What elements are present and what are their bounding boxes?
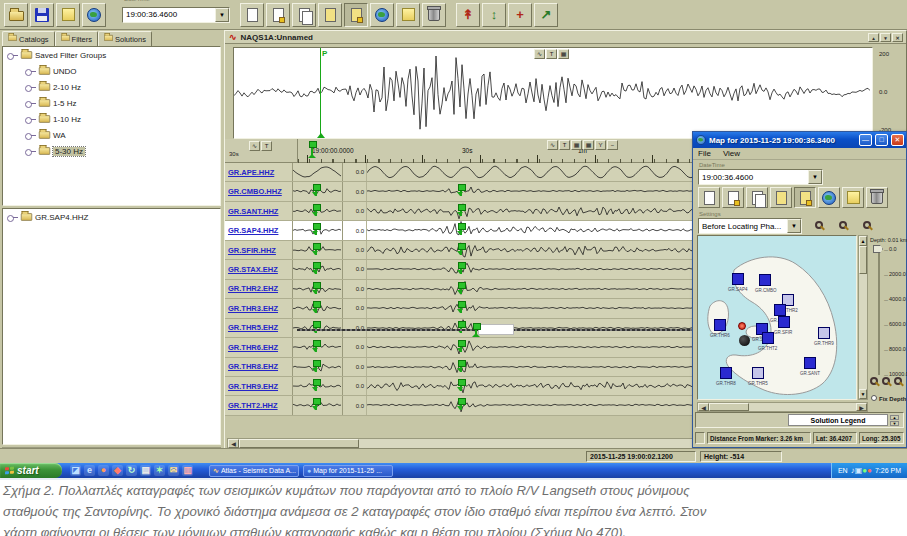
document-lock-button[interactable] [266,3,290,27]
event-location-marker[interactable] [739,335,750,346]
taskbar-task-2[interactable]: ●Map for 2015-11-25 ... [303,465,393,477]
documents-copy-button[interactable] [292,3,316,27]
alert-icon[interactable]: ● [867,466,872,475]
open-file-button[interactable] [4,3,28,27]
overview-pick-flag[interactable] [475,323,477,336]
preview-pick-icon[interactable] [315,360,317,372]
trace-pick-icon[interactable] [460,340,462,352]
time-tool-button[interactable]: T [559,140,570,150]
trace-pick-icon[interactable] [460,243,462,255]
map-datetime-combo[interactable]: 19:00:36.4600 ▼ [698,169,823,185]
station-marker-GRTHT2[interactable] [762,332,774,344]
trace-label[interactable]: GR.THR5.EHZ [225,319,293,337]
zoom-out-icon[interactable] [882,377,890,385]
station-marker-GRTHR3[interactable] [774,304,786,316]
map-settings-combo[interactable]: Before Locating Pha... ▼ [698,218,802,234]
grid-tool-button[interactable]: ▦ [571,140,582,150]
tree-item-5-30Hz[interactable]: 5-30 Hz [3,143,220,159]
grid2-tool-button[interactable]: ▦ [583,140,594,150]
station-tree-item[interactable]: GR.SAP4.HHZ [3,209,220,225]
trace-label[interactable]: GR.THR6.EHZ [225,338,293,356]
document-yellow-button[interactable] [770,187,792,208]
trace-label[interactable]: GR.SFIR.HHZ [225,241,293,259]
waveform-window-titlebar[interactable]: ∿ NAQS1A:Unnamed ▴▾✕ [225,31,906,44]
media-icon[interactable]: ● [98,465,109,476]
scroll-right-icon[interactable]: ▶ [856,403,867,411]
language-indicator[interactable]: EN [838,467,848,474]
tree-root[interactable]: Saved Filter Groups [3,47,220,63]
fix-depth-option[interactable]: Fix Depth [871,395,906,402]
zoom-in-icon[interactable] [815,221,823,229]
spin-down-icon[interactable]: ▼ [890,421,899,426]
zoom-fit-icon[interactable] [894,377,902,385]
zoom-in-icon[interactable] [870,377,878,385]
tab-catalogs[interactable]: Catalogs [2,31,55,46]
scroll-thumb[interactable] [709,403,749,411]
documents-copy-button[interactable] [746,187,768,208]
tools-icon[interactable]: ▤ [140,465,151,476]
trace-label[interactable]: GR.THR8.EHZ [225,358,293,376]
new-document-button[interactable] [698,187,720,208]
tab-filters[interactable]: Filters [55,31,98,46]
trace-pick-icon[interactable] [460,360,462,372]
relocate-cross-button[interactable]: + [508,3,532,27]
station-marker-GRSAP4[interactable] [732,273,744,285]
time-tool-button[interactable]: T [546,49,557,59]
mail-icon[interactable]: ✉ [168,465,179,476]
note-button[interactable] [396,3,420,27]
trash-button[interactable] [866,187,888,208]
trace-label[interactable]: GR.THT2.HHZ [225,396,293,414]
taskbar-task-1[interactable]: ∿Atlas - Seismic Data A... [209,465,299,477]
trace-pick-icon[interactable] [460,398,462,410]
depth-slider-handle[interactable] [873,245,883,253]
zoom-fit-icon[interactable] [863,221,871,229]
wave-tool-button[interactable]: ∿ [547,140,558,150]
trace-label[interactable]: GR.THR2.EHZ [225,280,293,298]
trace-label[interactable]: GR.SAP4.HHZ [225,221,293,239]
preview-pick-icon[interactable] [315,184,317,196]
tree-item-1-5Hz[interactable]: 1-5 Hz [3,95,220,111]
close-icon[interactable]: ✕ [892,33,903,42]
open-globe-button[interactable] [82,3,106,27]
zoom-out-icon[interactable] [839,221,847,229]
station-marker-GRTHR6[interactable] [714,319,726,331]
document-lock-button[interactable] [722,187,744,208]
document-yellow-lock-button[interactable] [794,187,816,208]
station-marker-GRTHR9[interactable] [818,327,830,339]
trace-label[interactable]: GR.THR3.EHZ [225,299,293,317]
depth-slider-track[interactable] [878,247,880,375]
globe-button[interactable] [818,187,840,208]
map-window-titlebar[interactable]: Map for 2015-11-25 19:00:36.3400 — □ ✕ [693,132,906,148]
spin-up-icon[interactable]: ▲ [890,415,899,420]
overview-window[interactable] [478,324,514,335]
maximize-icon[interactable]: ▾ [880,33,891,42]
trace-pick-icon[interactable] [460,262,462,274]
trace-label[interactable]: GR.THR9.EHZ [225,377,293,395]
save-button[interactable] [30,3,54,27]
station-marker-GRCMBO[interactable] [759,274,771,286]
tree-item-2-10Hz[interactable]: 2-10 Hz [3,79,220,95]
tree-item-WA[interactable]: WA [3,127,220,143]
preview-pick-icon[interactable] [315,243,317,255]
tab-solutions[interactable]: Solutions [98,31,152,46]
main-seismogram-panel[interactable]: ∿T▦ P [233,47,873,139]
scroll-up-icon[interactable]: ▲ [859,236,867,246]
trace-pick-icon[interactable] [460,301,462,313]
datetime-combo[interactable]: 19:00:36.4600 ▼ [122,7,230,23]
wave-tool-button[interactable]: ∿ [249,141,260,151]
p-pick-marker[interactable]: P [320,48,321,138]
chevron-down-icon[interactable]: ▼ [787,219,801,233]
chevron-down-icon[interactable]: ▼ [808,170,822,184]
trace-pick-icon[interactable] [460,282,462,294]
app-red-icon[interactable]: ◆ [112,465,123,476]
trace-pick-icon[interactable] [460,204,462,216]
browser-icon[interactable]: e [84,465,95,476]
scroll-thumb[interactable] [859,246,867,274]
chart-icon[interactable]: ▥ [182,465,193,476]
preview-pick-icon[interactable] [315,262,317,274]
radio-icon[interactable] [871,395,877,401]
time-tool-button[interactable]: T [261,141,272,151]
refresh-icon[interactable]: ↻ [126,465,137,476]
minimize-button[interactable]: — [859,134,872,146]
scroll-thumb[interactable] [239,439,359,448]
